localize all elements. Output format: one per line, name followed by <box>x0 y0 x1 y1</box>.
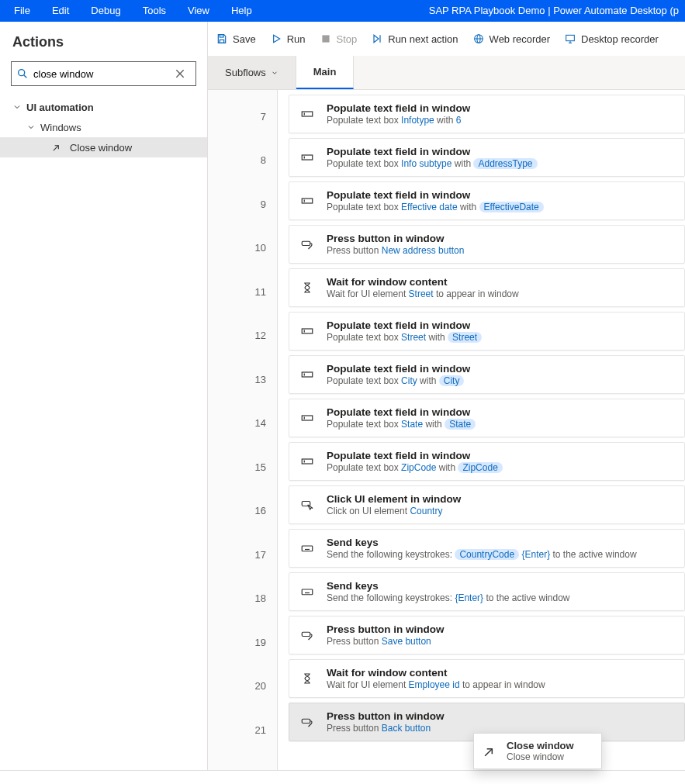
menu-help[interactable]: Help <box>220 0 263 22</box>
step-subtitle: Send the following keystrokes: {Enter} t… <box>327 592 675 603</box>
step-subtitle: Populate text box Effective date with Ef… <box>327 202 675 212</box>
line-number: 13 <box>208 357 277 402</box>
click-icon <box>299 496 316 513</box>
line-number: 16 <box>208 489 277 534</box>
line-number: 12 <box>208 314 277 358</box>
svg-marker-7 <box>273 35 279 42</box>
status-bar <box>0 770 685 784</box>
menu-debug[interactable]: Debug <box>80 0 131 22</box>
svg-rect-40 <box>302 589 313 595</box>
step-title: Wait for window content <box>327 276 675 288</box>
line-number: 9 <box>208 182 277 226</box>
save-icon <box>216 33 228 45</box>
flow-step[interactable]: Populate text field in windowPopulate te… <box>289 138 685 177</box>
step-subtitle: Populate text box City with City <box>327 375 675 386</box>
step-icon <box>371 33 383 45</box>
flow-step[interactable]: Populate text field in windowPopulate te… <box>289 312 685 351</box>
actions-panel: Actions UI automation Windows Close wind… <box>0 22 208 784</box>
menu-tools[interactable]: Tools <box>132 0 177 22</box>
search-box[interactable] <box>11 61 196 86</box>
svg-rect-14 <box>566 35 575 40</box>
step-title: Press button in window <box>327 623 675 635</box>
step-subtitle: Populate text box Info subtype with Addr… <box>327 158 675 169</box>
step-subtitle: Populate text box ZipCode with ZipCode <box>327 462 675 473</box>
tree-label: Close window <box>70 142 132 154</box>
step-subtitle: Press button Save button <box>327 636 675 647</box>
actions-tree: UI automation Windows Close window <box>0 97 207 784</box>
run-next-button[interactable]: Run next action <box>371 33 458 45</box>
tree-group-ui-automation[interactable]: UI automation <box>0 97 207 117</box>
actions-title: Actions <box>0 31 207 61</box>
menu-edit[interactable]: Edit <box>41 0 80 22</box>
titlebar: FileEditDebugToolsViewHelp SAP RPA Playb… <box>0 0 685 22</box>
flow-step[interactable]: Populate text field in windowPopulate te… <box>289 181 685 220</box>
flow-step[interactable]: Wait for window contentWait for UI eleme… <box>289 659 685 698</box>
step-title: Press button in window <box>327 233 675 244</box>
flow-step[interactable]: Populate text field in windowPopulate te… <box>289 399 685 437</box>
step-subtitle: Press button New address button <box>327 245 675 256</box>
monitor-icon <box>564 33 576 45</box>
step-title: Press button in window <box>327 710 675 722</box>
textbox-icon <box>299 323 316 340</box>
flow-step[interactable]: Send keysSend the following keystrokes: … <box>289 529 685 568</box>
step-title: Click UI element in window <box>327 493 675 505</box>
menu-file[interactable]: File <box>3 0 41 22</box>
flow-step[interactable]: Wait for window contentWait for UI eleme… <box>289 268 685 307</box>
step-subtitle: Populate text box Infotype with 6 <box>327 115 675 126</box>
textbox-icon <box>299 409 316 427</box>
web-recorder-button[interactable]: Web recorder <box>472 33 551 45</box>
flow-step[interactable]: Press button in windowPress button New a… <box>289 225 685 264</box>
step-subtitle: Wait for UI element Employee id to appea… <box>327 679 675 690</box>
globe-icon <box>472 33 485 45</box>
close-window-icon <box>51 142 62 153</box>
svg-rect-26 <box>302 372 313 377</box>
svg-line-4 <box>54 146 58 150</box>
svg-rect-23 <box>302 241 310 245</box>
search-input[interactable] <box>33 68 174 80</box>
chevron-down-icon <box>271 69 278 77</box>
svg-rect-33 <box>302 546 313 551</box>
svg-rect-19 <box>302 155 313 160</box>
run-label: Run <box>287 33 306 45</box>
textbox-icon <box>299 453 316 470</box>
toolbar: Save Run Stop Run next action Web record… <box>208 22 685 56</box>
line-number: 14 <box>208 402 277 446</box>
save-button[interactable]: Save <box>216 33 256 45</box>
press-icon <box>299 713 316 730</box>
flow-step[interactable]: Click UI element in windowClick on UI el… <box>289 485 685 524</box>
step-title: Populate text field in window <box>327 319 675 331</box>
run-button[interactable]: Run <box>270 33 306 45</box>
svg-rect-48 <box>302 719 310 723</box>
tree-label: Windows <box>40 122 81 133</box>
step-title: Populate text field in window <box>327 450 675 461</box>
tab-subflows[interactable]: Subflows <box>208 56 296 89</box>
flow-area: 789101112131415161718192021 Populate tex… <box>208 90 685 784</box>
clear-icon[interactable] <box>174 67 186 80</box>
line-number: 20 <box>208 665 277 709</box>
textbox-icon <box>299 192 316 209</box>
stop-icon <box>320 33 332 45</box>
step-title: Populate text field in window <box>327 406 675 418</box>
tree-item-close-window[interactable]: Close window <box>0 137 207 157</box>
step-title: Populate text field in window <box>327 363 675 375</box>
tabs: Subflows Main <box>208 56 685 90</box>
svg-point-0 <box>19 70 25 76</box>
flow-step[interactable]: Populate text field in windowPopulate te… <box>289 355 685 394</box>
flow-step[interactable]: Send keysSend the following keystrokes: … <box>289 572 685 611</box>
main-wrap: Actions UI automation Windows Close wind… <box>0 22 685 784</box>
flow-step[interactable]: Press button in windowPress button Save … <box>289 616 685 654</box>
step-list: Populate text field in windowPopulate te… <box>278 90 685 784</box>
close-window-icon <box>482 744 497 759</box>
step-title: Wait for window content <box>327 667 675 679</box>
step-title: Send keys <box>327 580 675 592</box>
flow-step[interactable]: Populate text field in windowPopulate te… <box>289 95 685 133</box>
flow-step[interactable]: Populate text field in windowPopulate te… <box>289 442 685 481</box>
tree-group-windows[interactable]: Windows <box>0 117 207 137</box>
svg-rect-8 <box>323 36 329 42</box>
tab-main[interactable]: Main <box>296 56 355 89</box>
tab-subflows-label: Subflows <box>225 67 266 78</box>
menu-view[interactable]: View <box>177 0 220 22</box>
step-title: Populate text field in window <box>327 102 675 114</box>
main-menu: FileEditDebugToolsViewHelp <box>3 0 263 22</box>
desktop-recorder-button[interactable]: Desktop recorder <box>564 33 659 45</box>
